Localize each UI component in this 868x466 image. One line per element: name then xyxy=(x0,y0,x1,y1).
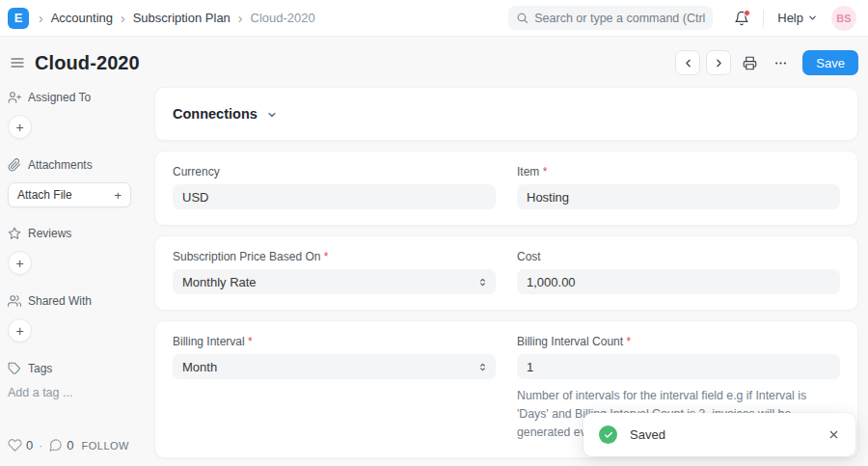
reviews-section: Reviews + xyxy=(8,227,135,275)
app-logo-icon[interactable]: E xyxy=(8,8,29,29)
cost-label: Cost xyxy=(517,250,840,263)
billing-interval-select[interactable]: Month xyxy=(173,354,496,379)
chevron-down-icon xyxy=(807,13,818,23)
cost-input[interactable]: 1,000.00 xyxy=(517,269,840,294)
required-marker: * xyxy=(543,165,548,178)
currency-input[interactable]: USD xyxy=(173,184,496,209)
paperclip-icon xyxy=(8,158,21,172)
tags-section: Tags Add a tag ... xyxy=(8,362,135,399)
form-body: Connections Currency USD Item * Hosting xyxy=(154,87,858,466)
follow-button[interactable]: FOLLOW xyxy=(82,440,129,452)
chevron-down-icon xyxy=(266,109,278,121)
comment-count: 0 xyxy=(67,438,73,452)
help-menu[interactable]: Help xyxy=(777,11,818,25)
close-icon[interactable] xyxy=(827,428,840,441)
billing-interval-count-input[interactable]: 1 xyxy=(517,354,840,379)
navbar: E › Accounting › Subscription Plan › Clo… xyxy=(0,0,868,37)
users-icon xyxy=(8,294,21,308)
more-menu-button[interactable] xyxy=(768,50,793,75)
add-review-button[interactable]: + xyxy=(8,251,32,275)
add-assignment-button[interactable]: + xyxy=(8,115,32,139)
ellipsis-icon xyxy=(773,56,788,70)
page-header: Cloud-2020 Save xyxy=(0,37,868,87)
comment-icon[interactable] xyxy=(48,438,63,452)
success-check-icon xyxy=(599,425,617,444)
price-cost-row: Subscription Price Based On * Monthly Ra… xyxy=(154,235,858,311)
item-input[interactable]: Hosting xyxy=(517,184,840,209)
print-button[interactable] xyxy=(737,50,762,75)
notification-dot xyxy=(744,10,750,16)
chevron-right-icon: › xyxy=(39,12,43,25)
unfold-arrows-icon xyxy=(477,362,488,372)
prev-document-button[interactable] xyxy=(675,50,700,75)
chevron-left-icon xyxy=(682,57,694,69)
item-label: Item * xyxy=(517,165,840,178)
tag-icon xyxy=(8,362,21,375)
sidebar-toggle-icon[interactable] xyxy=(8,53,27,72)
shared-with-label: Shared With xyxy=(28,294,92,308)
billing-interval-label: Billing Interval * xyxy=(173,335,496,348)
search-input[interactable] xyxy=(534,12,705,25)
shared-with-section: Shared With + xyxy=(8,294,135,343)
reactions-row: 0 · 0 FOLLOW xyxy=(8,438,129,452)
billing-interval-value: Month xyxy=(182,360,217,374)
avatar[interactable]: BS xyxy=(831,6,856,31)
user-plus-icon xyxy=(8,91,21,104)
dot-separator: · xyxy=(39,439,42,452)
billing-interval-count-label: Billing Interval Count * xyxy=(517,335,840,348)
currency-item-row: Currency USD Item * Hosting xyxy=(154,151,858,226)
attachments-section: Attachments Attach File + xyxy=(8,158,135,207)
breadcrumb: › Accounting › Subscription Plan › Cloud… xyxy=(39,11,315,25)
item-field: Item * Hosting xyxy=(517,165,840,209)
price-based-on-field: Subscription Price Based On * Monthly Ra… xyxy=(173,250,496,294)
reviews-label: Reviews xyxy=(28,227,71,240)
connections-title: Connections xyxy=(173,106,258,122)
save-button[interactable]: Save xyxy=(802,50,858,75)
chevron-right-icon xyxy=(713,57,725,69)
like-count: 0 xyxy=(26,438,33,452)
attach-file-label: Attach File xyxy=(17,188,72,202)
unfold-arrows-icon xyxy=(477,277,488,288)
required-marker: * xyxy=(324,250,329,263)
price-based-on-value: Monthly Rate xyxy=(182,275,257,289)
attachments-label: Attachments xyxy=(28,158,93,172)
billing-interval-field: Billing Interval * Month xyxy=(173,335,496,379)
page-title: Cloud-2020 xyxy=(35,52,140,74)
chevron-right-icon: › xyxy=(238,12,243,25)
connections-section-header[interactable]: Connections xyxy=(154,87,858,141)
star-icon xyxy=(8,227,21,240)
heart-icon[interactable] xyxy=(8,438,22,452)
help-label: Help xyxy=(777,11,803,25)
attach-file-button[interactable]: Attach File + xyxy=(8,182,131,207)
required-marker: * xyxy=(626,335,631,348)
notifications-bell-icon[interactable] xyxy=(734,11,749,26)
add-tag-input[interactable]: Add a tag ... xyxy=(8,386,135,399)
assigned-to-label: Assigned To xyxy=(28,91,91,104)
form-sidebar: Assigned To + Attachments Attach File + xyxy=(0,87,135,466)
global-search[interactable] xyxy=(508,6,713,30)
chevron-right-icon: › xyxy=(121,12,125,25)
currency-label: Currency xyxy=(173,165,496,178)
toast-notification: Saved xyxy=(583,413,855,456)
breadcrumb-current: Cloud-2020 xyxy=(251,11,315,25)
next-document-button[interactable] xyxy=(706,50,731,75)
required-marker: * xyxy=(248,335,253,348)
printer-icon xyxy=(743,56,757,70)
currency-field: Currency USD xyxy=(173,165,496,209)
breadcrumb-accounting[interactable]: Accounting xyxy=(51,11,113,25)
toast-message: Saved xyxy=(630,427,665,442)
price-based-on-label: Subscription Price Based On * xyxy=(173,250,496,263)
search-icon xyxy=(516,12,529,24)
divider xyxy=(763,10,764,27)
tags-label: Tags xyxy=(28,362,52,375)
assigned-to-section: Assigned To + xyxy=(8,91,135,139)
add-share-button[interactable]: + xyxy=(8,318,32,343)
plus-icon: + xyxy=(114,188,122,203)
price-based-on-select[interactable]: Monthly Rate xyxy=(173,269,496,294)
breadcrumb-subscription-plan[interactable]: Subscription Plan xyxy=(133,11,231,25)
cost-field: Cost 1,000.00 xyxy=(517,250,840,294)
